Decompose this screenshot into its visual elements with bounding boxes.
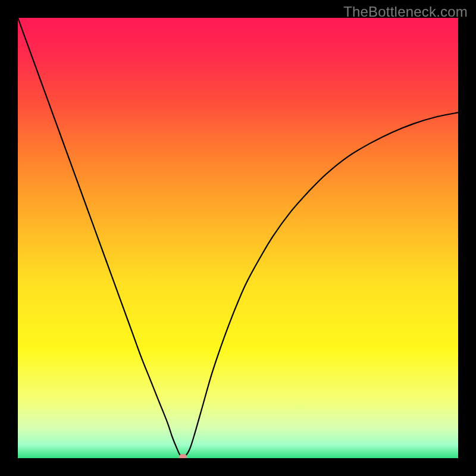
plot-area — [18, 18, 458, 458]
chart-svg — [18, 18, 458, 458]
chart-frame: TheBottleneck.com — [0, 0, 476, 476]
gradient-background — [18, 18, 458, 458]
watermark-text: TheBottleneck.com — [343, 4, 468, 20]
